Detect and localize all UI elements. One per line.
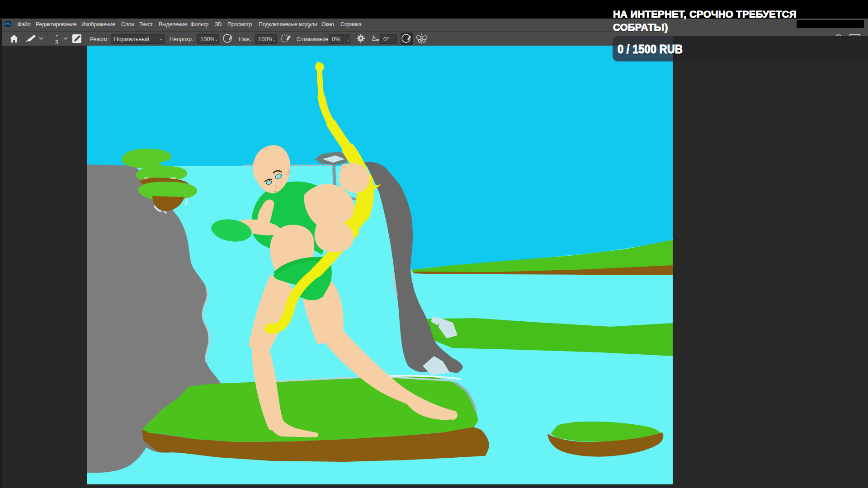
svg-text:3: 3 <box>55 39 58 46</box>
